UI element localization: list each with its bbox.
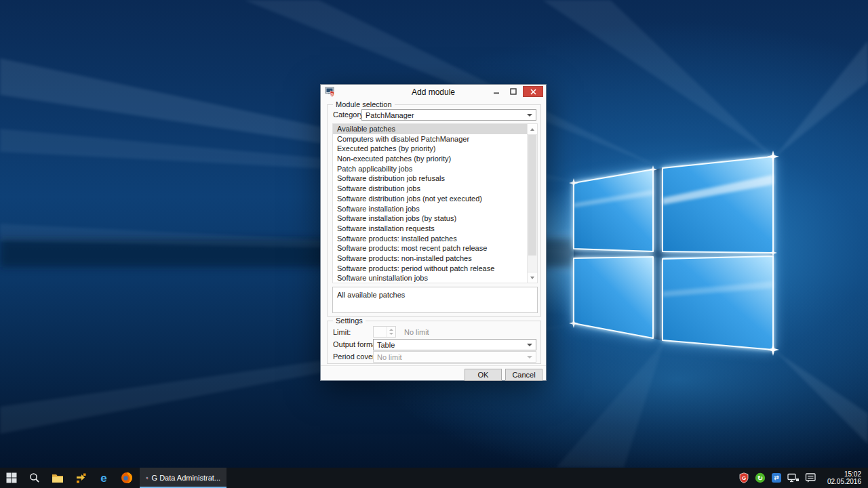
cancel-button[interactable]: Cancel [505, 369, 542, 381]
maximize-icon[interactable] [506, 86, 521, 97]
output-format-value: Table [377, 341, 395, 349]
module-list-item[interactable]: Non-executed patches (by priority) [333, 154, 531, 164]
taskbar-clock[interactable]: 15:02 02.05.2016 [822, 470, 865, 485]
gdata-administrator-icon [146, 473, 149, 483]
output-format-dropdown[interactable]: Table [373, 339, 536, 350]
module-list-item[interactable]: Software products: non-installed patches [333, 253, 531, 264]
sync-tool-button[interactable] [69, 468, 92, 488]
module-description: All available patches [337, 291, 405, 299]
category-dropdown[interactable]: PatchManager [361, 109, 536, 121]
svg-text:⇄: ⇄ [774, 474, 779, 481]
start-button[interactable] [0, 468, 23, 488]
chevron-down-icon [527, 356, 532, 359]
update-green-icon[interactable]: ↻ [755, 472, 766, 483]
module-list-item[interactable]: Software uninstallation jobs [333, 273, 531, 283]
chevron-down-icon [527, 114, 532, 117]
module-list-item[interactable]: Available patches [333, 124, 531, 134]
module-list-item[interactable]: Software distribution jobs [333, 184, 531, 194]
settings-group-label: Settings [333, 317, 366, 325]
scroll-up-icon[interactable] [528, 124, 537, 135]
action-center-icon[interactable] [805, 472, 816, 483]
module-list-item[interactable]: Patch applicability jobs [333, 164, 531, 174]
module-list-item[interactable]: Software installation jobs [333, 204, 531, 214]
search-button[interactable] [23, 468, 46, 488]
scrollbar-thumb[interactable] [528, 135, 536, 256]
sync-arrows-icon [75, 472, 87, 484]
module-list: Available patchesComputers with disabled… [332, 123, 538, 283]
limit-hint: No limit [404, 328, 429, 336]
clock-date: 02.05.2016 [827, 478, 861, 485]
taskbar-active-task-label: G Data Administrat... [152, 474, 220, 482]
edge-button[interactable]: e [92, 468, 115, 488]
firefox-button[interactable] [115, 468, 138, 488]
module-description-box: All available patches [332, 287, 538, 313]
module-list-item[interactable]: Software installation requests [333, 224, 531, 234]
edge-icon: e [98, 472, 110, 484]
svg-text:G: G [742, 475, 746, 481]
taskbar-empty-area [226, 468, 738, 488]
taskbar-active-task[interactable]: G Data Administrat... [140, 468, 226, 488]
scroll-down-icon[interactable] [528, 272, 537, 283]
svg-text:e: e [100, 472, 106, 484]
ok-button[interactable]: OK [465, 369, 502, 381]
search-icon [29, 472, 40, 483]
module-list-item[interactable]: Software products: installed patches [333, 234, 531, 244]
desktop: G Add module Module selection Category: [0, 0, 868, 488]
close-icon[interactable] [523, 86, 543, 97]
clock-time: 15:02 [827, 470, 861, 478]
firefox-icon [121, 472, 133, 484]
period-covered-value: No limit [377, 353, 402, 361]
module-list-scrollbar[interactable] [527, 124, 537, 283]
footer-divider [321, 365, 546, 366]
module-list-item[interactable]: Software distribution jobs (not yet exec… [333, 194, 531, 204]
file-explorer-button[interactable] [46, 468, 69, 488]
stepper-arrows-icon[interactable] [387, 327, 395, 337]
chevron-down-icon [527, 344, 532, 346]
settings-group: Settings Limit: No limit Output format: … [327, 321, 541, 364]
limit-stepper[interactable] [373, 326, 396, 338]
system-tray: G ↻ ⇄ 15:02 [738, 468, 868, 488]
module-list-item[interactable]: Computers with disabled PatchManager [333, 134, 531, 144]
module-list-item[interactable]: Executed patches (by priority) [333, 144, 531, 154]
add-module-dialog: G Add module Module selection Category: [320, 84, 547, 381]
minimize-icon[interactable] [489, 86, 504, 97]
category-label: Category: [333, 110, 366, 119]
category-value: PatchManager [366, 111, 414, 119]
file-explorer-icon [52, 473, 64, 483]
module-list-item[interactable]: Software installation jobs (by status) [333, 214, 531, 224]
gdata-shield-icon[interactable]: G [738, 472, 749, 483]
limit-label: Limit: [333, 328, 351, 336]
teamviewer-icon[interactable]: ⇄ [771, 472, 782, 483]
dialog-titlebar[interactable]: G Add module [321, 85, 546, 99]
module-list-item[interactable]: Software distribution job refusals [333, 174, 531, 184]
module-list-item[interactable]: Software products: period without patch … [333, 264, 531, 274]
module-selection-group: Module selection Category: PatchManager … [327, 104, 541, 317]
period-covered-dropdown: No limit [373, 351, 536, 363]
start-icon [6, 472, 17, 483]
module-selection-group-label: Module selection [333, 100, 395, 108]
svg-text:↻: ↻ [757, 474, 763, 482]
module-list-item[interactable]: Software products: most recent patch rel… [333, 243, 531, 253]
taskbar: e G Data Administrat... G [0, 468, 868, 488]
network-pc-icon[interactable] [787, 472, 800, 483]
